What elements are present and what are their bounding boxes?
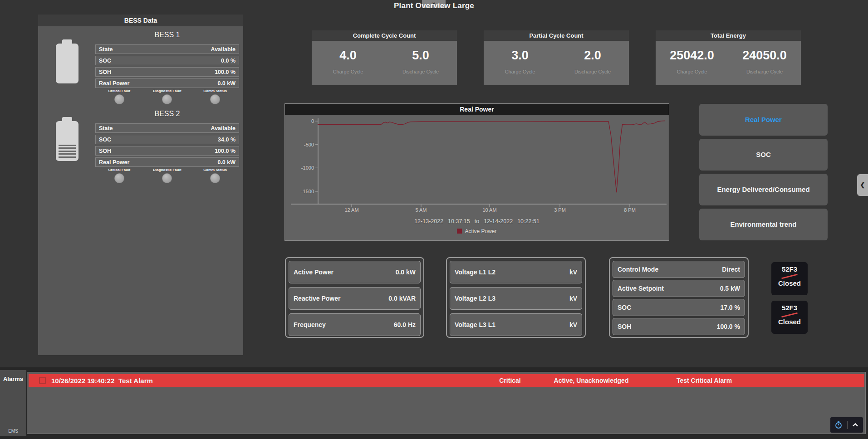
- indicator-label: Diagnostic Fault: [143, 168, 191, 172]
- page-title: Plant Overview Large: [0, 1, 868, 10]
- row-label: Active Setpoint: [618, 285, 664, 292]
- row-label: Voltage L2 L3: [455, 295, 495, 302]
- status-lamp: [162, 94, 172, 104]
- range-start-date: 12-13-2022: [414, 218, 443, 224]
- real-power-chart: 0 -500 -1000 -1500 12 AM 5 AM 10 AM 3 PM…: [285, 115, 670, 213]
- row-label: Voltage L1 L2: [455, 268, 495, 276]
- charge-cycle-value: 3.0: [484, 49, 556, 63]
- discharge-cycle-value: 24050.0: [728, 49, 801, 63]
- chevron-up-icon[interactable]: [852, 421, 859, 429]
- voltage-l3l1-row: Voltage L3 L1kV: [450, 313, 582, 336]
- alarm-timestamp: 10/26/2022 19:40:22: [51, 377, 114, 385]
- alarm-checkbox[interactable]: [39, 377, 46, 384]
- comm-status-indicator: Comm Status: [191, 168, 239, 185]
- right-panel-collapse-tab[interactable]: ❮: [857, 174, 868, 196]
- breaker-52f3-2[interactable]: 52F3 Closed: [771, 301, 808, 334]
- alarm-row[interactable]: 10/26/2022 19:40:22 Test Alarm Critical …: [29, 374, 864, 387]
- energy-delivered-consumed-button[interactable]: Energy Delivered/Consumed: [699, 174, 828, 205]
- row-label: SOH: [99, 148, 111, 154]
- control-info-panel: Control ModeDirect Active Setpoint0.5 kW…: [609, 257, 749, 338]
- x-tick-label: 3 PM: [554, 207, 566, 213]
- range-end-date: 12-14-2022: [484, 218, 513, 224]
- critical-fault-indicator: Critical Fault: [95, 168, 143, 185]
- breaker-closed-icon: [781, 274, 798, 279]
- indicator-label: Critical Fault: [95, 168, 143, 172]
- row-label: State: [99, 46, 113, 53]
- row-label: SOC: [99, 137, 111, 143]
- alarm-toolbar: [830, 417, 863, 433]
- range-start-time: 10:37:15: [448, 218, 470, 224]
- chart-time-range: 12-13-202210:37:15to12-14-202210:22:51: [285, 218, 669, 224]
- soc-row: SOC17.0 %: [613, 299, 745, 316]
- row-label: SOC: [99, 58, 111, 64]
- timer-icon[interactable]: [834, 421, 843, 429]
- environmental-trend-button[interactable]: Environmental trend: [699, 209, 828, 240]
- y-tick-label: 0: [311, 118, 314, 124]
- soc-button[interactable]: SOC: [699, 139, 828, 171]
- bess-unit-title: BESS 2: [95, 110, 239, 118]
- divider: [847, 421, 848, 429]
- bess-panel-title: BESS Data: [38, 15, 243, 26]
- alarm-status: Active, Unacknowledged: [554, 377, 629, 384]
- complete-cycle-count-card: Complete Cycle Count 4.0Charge Cycle 5.0…: [312, 30, 457, 85]
- status-lamp: [114, 94, 124, 104]
- voltage-l2l3-row: Voltage L2 L3kV: [450, 287, 582, 310]
- breaker-id: 52F3: [771, 265, 808, 273]
- diagnostic-fault-indicator: Diagnostic Fault: [143, 89, 191, 106]
- active-power-row: Active Power0.0 kW: [289, 261, 421, 283]
- row-label: Real Power: [99, 80, 129, 87]
- breaker-52f3-1[interactable]: 52F3 Closed: [771, 262, 808, 295]
- row-value: kV: [569, 295, 577, 302]
- bess-unit-1: BESS 1 StateAvailable SOC0.0 % SOH100.0 …: [38, 31, 243, 108]
- card-title: Complete Cycle Count: [312, 30, 457, 41]
- y-tick-label: -1500: [301, 189, 314, 194]
- breaker-state: Closed: [771, 318, 808, 326]
- row-value: 34.0 %: [218, 137, 235, 143]
- row-value: 100.0 %: [215, 69, 235, 75]
- control-mode-row: Control ModeDirect: [613, 261, 745, 278]
- voltage-info-panel: Voltage L1 L2kV Voltage L2 L3kV Voltage …: [446, 257, 586, 338]
- discharge-cycle-label: Discharge Cycle: [384, 69, 457, 74]
- row-value: 0.0 kVAR: [388, 295, 416, 302]
- critical-fault-indicator: Critical Fault: [95, 89, 143, 106]
- row-value: 100.0 %: [215, 148, 235, 154]
- bess-state-row: StateAvailable: [95, 123, 239, 133]
- alarm-list: 10/26/2022 19:40:22 Test Alarm Critical …: [27, 372, 866, 434]
- row-value: 17.0 %: [720, 304, 740, 311]
- y-tick-label: -500: [304, 142, 314, 147]
- discharge-cycle-value: 2.0: [556, 49, 629, 63]
- row-label: Active Power: [294, 268, 333, 276]
- diagnostic-fault-indicator: Diagnostic Fault: [143, 168, 191, 185]
- bess-soh-row: SOH100.0 %: [95, 146, 239, 156]
- row-value: 0.0 kW: [396, 268, 416, 276]
- real-power-button[interactable]: Real Power: [699, 104, 828, 136]
- alarms-label: Alarms: [0, 376, 26, 382]
- x-tick-label: 10 AM: [482, 207, 496, 213]
- plant-overview-page: ⌄ Plant Overview Large BESS Data BESS 1 …: [0, 0, 868, 439]
- row-value: kV: [569, 268, 577, 276]
- row-value: kV: [569, 321, 577, 328]
- real-power-chart-panel: Real Power 0 -500 -1000 -1500 12 AM 5 AM…: [284, 103, 669, 241]
- row-value: Available: [211, 125, 235, 132]
- y-tick-label: -1000: [301, 165, 314, 171]
- chart-title: Real Power: [285, 104, 669, 115]
- soh-row: SOH100.0 %: [613, 318, 745, 335]
- bess-state-row: StateAvailable: [95, 44, 239, 54]
- card-title: Partial Cycle Count: [484, 30, 629, 41]
- breaker-closed-icon: [781, 312, 798, 318]
- status-lamp: [162, 173, 172, 183]
- row-value: 0.0 kW: [217, 159, 235, 166]
- alarm-severity: Critical: [499, 377, 520, 384]
- status-lamp: [210, 94, 220, 104]
- bess-real-power-row: Real Power0.0 kW: [95, 157, 239, 167]
- charge-cycle-value: 25042.0: [656, 49, 728, 63]
- row-label: State: [99, 125, 113, 132]
- x-tick-label: 5 AM: [415, 207, 427, 213]
- power-info-panel: Active Power0.0 kW Reactive Power0.0 kVA…: [285, 257, 424, 338]
- chart-legend: Active Power: [285, 228, 669, 234]
- frequency-row: Frequency60.0 Hz: [289, 313, 421, 336]
- bess-soh-row: SOH100.0 %: [95, 67, 239, 77]
- charge-cycle-value: 4.0: [312, 49, 384, 63]
- alarm-sidebar: Alarms EMS: [0, 370, 26, 436]
- charge-cycle-label: Charge Cycle: [656, 69, 728, 74]
